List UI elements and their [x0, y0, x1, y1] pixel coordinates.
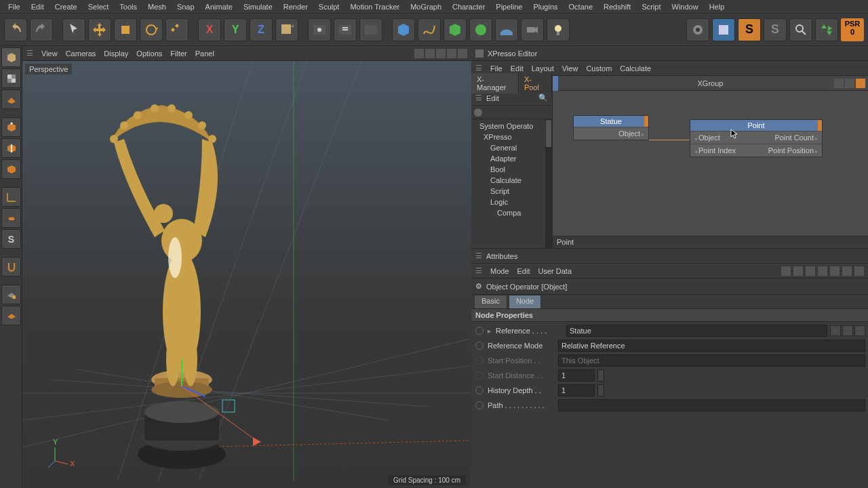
menu-select[interactable]: Select — [83, 1, 115, 12]
menu-file[interactable]: File — [3, 1, 26, 12]
history-field[interactable]: 1 — [558, 384, 595, 396]
render-view-button[interactable] — [308, 18, 331, 41]
menu-pipeline[interactable]: Pipeline — [490, 1, 528, 12]
cube-primitive-button[interactable] — [392, 18, 415, 41]
redshift-button[interactable]: S — [764, 18, 787, 41]
tree-item[interactable]: XPresso — [471, 131, 552, 142]
menu-script[interactable]: Script — [636, 1, 666, 12]
vp-menu-display[interactable]: Display — [104, 49, 128, 58]
menu-mesh[interactable]: Mesh — [142, 1, 172, 12]
menu-octane[interactable]: Octane — [564, 1, 598, 12]
attr-nav-up-icon[interactable] — [806, 266, 815, 276]
tree-item[interactable]: Logic — [471, 197, 552, 207]
pick-icon[interactable] — [830, 325, 841, 336]
port-object-in[interactable]: Object — [694, 134, 720, 142]
vp-nav-icon[interactable] — [458, 49, 467, 58]
tree-item[interactable]: Calculate — [471, 175, 552, 186]
menu-snap[interactable]: Snap — [172, 1, 200, 12]
menu-edit[interactable]: Edit — [26, 1, 50, 12]
tree-item[interactable]: Bool — [471, 164, 552, 175]
viewport-3d[interactable]: Perspective — [22, 61, 471, 488]
workplane-mode-icon[interactable] — [1, 89, 21, 109]
xp-menu-layout[interactable]: Layout — [532, 64, 554, 73]
environment-button[interactable] — [495, 18, 518, 41]
s-mode-icon[interactable]: S — [1, 229, 21, 249]
vp-nav-icon[interactable] — [414, 49, 424, 58]
menu-window[interactable]: Window — [667, 1, 704, 12]
tree-item[interactable]: Adapter — [471, 153, 552, 164]
node-point[interactable]: Point ObjectPoint Count Point IndexPoint… — [690, 119, 823, 157]
preferences-button[interactable] — [686, 18, 709, 41]
content-browser-button[interactable] — [712, 18, 735, 41]
move-tool[interactable] — [88, 18, 111, 41]
attr-menu-icon[interactable] — [854, 266, 864, 276]
tree-item[interactable]: System Operato — [471, 121, 552, 131]
polygon-mode-icon[interactable] — [1, 159, 21, 179]
vp-nav-icon[interactable] — [447, 49, 456, 58]
menu-redshift[interactable]: Redshift — [598, 1, 636, 12]
menu-help[interactable]: Help — [704, 1, 730, 12]
menu-animate[interactable]: Animate — [200, 1, 238, 12]
tree-item[interactable]: General — [471, 142, 552, 153]
tab-basic[interactable]: Basic — [474, 295, 507, 308]
node-wire[interactable] — [649, 140, 690, 140]
attr-menu-userdata[interactable]: User Data — [538, 267, 572, 275]
refmode-dropdown[interactable]: Relative Reference — [558, 340, 865, 352]
rotate-tool[interactable] — [140, 18, 163, 41]
menu-motion-tracker[interactable]: Motion Tracker — [344, 1, 405, 12]
xg-icon[interactable] — [856, 79, 865, 88]
search-button[interactable] — [789, 18, 812, 41]
model-mode-icon[interactable] — [1, 47, 21, 67]
attr-search-icon[interactable] — [818, 266, 827, 276]
menu-tools[interactable]: Tools — [114, 1, 142, 12]
render-settings-button[interactable] — [334, 18, 357, 41]
planar-workplane-icon[interactable] — [1, 306, 21, 325]
close-icon[interactable] — [475, 49, 484, 58]
menu-create[interactable]: Create — [50, 1, 83, 12]
vp-nav-icon[interactable] — [425, 49, 435, 58]
attr-menu-edit[interactable]: Edit — [517, 267, 530, 275]
axis-z-button[interactable]: Z — [250, 18, 273, 41]
attr-new-icon[interactable] — [842, 266, 852, 276]
goto-icon[interactable] — [854, 325, 865, 336]
attr-lock-icon[interactable] — [830, 266, 840, 276]
attr-menu-mode[interactable]: Mode — [490, 267, 509, 275]
attr-nav-back-icon[interactable] — [781, 266, 791, 276]
node-statue[interactable]: Statue Object — [573, 115, 649, 140]
light-button[interactable] — [547, 18, 570, 41]
render-picture-button[interactable] — [359, 18, 382, 41]
point-mode-icon[interactable] — [1, 117, 21, 137]
undo-button[interactable] — [4, 18, 27, 41]
generator-button[interactable] — [443, 18, 467, 41]
xg-icon[interactable] — [834, 79, 844, 88]
port-pointcount-out[interactable]: Point Count — [775, 134, 818, 142]
locked-workplane-icon[interactable] — [1, 285, 21, 304]
anim-radio[interactable] — [475, 401, 484, 409]
xpool-edit-menu[interactable]: Edit — [486, 94, 499, 102]
xpool-tree[interactable]: System Operato XPresso General Adapter B… — [471, 119, 552, 248]
xp-menu-calculate[interactable]: Calculate — [620, 64, 651, 73]
camera-button[interactable] — [521, 18, 544, 41]
vp-menu-panel[interactable]: Panel — [195, 49, 214, 58]
search-icon[interactable]: 🔍 — [538, 94, 548, 102]
psr-tool[interactable] — [165, 18, 189, 41]
vp-menu-cameras[interactable]: Cameras — [66, 49, 96, 58]
edge-mode-icon[interactable] — [1, 138, 21, 158]
xgroup-canvas[interactable]: Statue Object Point ObjectPoint Count Po… — [553, 91, 868, 236]
xp-menu-custom[interactable]: Custom — [586, 64, 612, 73]
axis-y-button[interactable]: Y — [224, 18, 247, 41]
clear-search-icon[interactable] — [474, 108, 482, 117]
psr-indicator[interactable]: PSR0 — [841, 18, 864, 41]
spinner[interactable] — [597, 384, 604, 396]
port-pointindex-in[interactable]: Point Index — [694, 146, 736, 155]
anim-radio[interactable] — [475, 386, 484, 394]
xp-menu-view[interactable]: View — [562, 64, 578, 73]
vp-menu-view[interactable]: View — [41, 49, 58, 58]
eyedropper-icon[interactable] — [842, 325, 853, 336]
tab-node[interactable]: Node — [509, 295, 541, 308]
menu-render[interactable]: Render — [278, 1, 313, 12]
tree-scrollbar[interactable] — [545, 119, 552, 248]
vp-menu-filter[interactable]: Filter — [170, 49, 186, 58]
xp-menu-file[interactable]: File — [490, 64, 502, 73]
menu-sculpt[interactable]: Sculpt — [313, 1, 345, 12]
